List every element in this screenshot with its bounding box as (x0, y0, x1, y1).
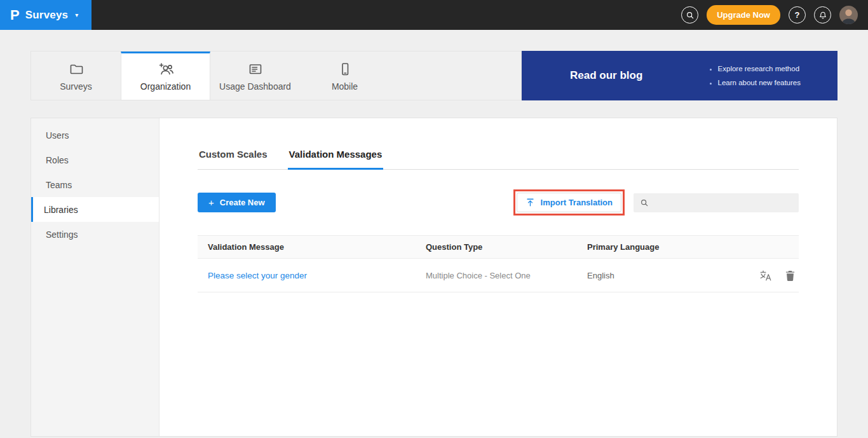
sidebar-item-users[interactable]: Users (31, 123, 159, 147)
table-header-row: Validation Message Question Type Primary… (198, 235, 799, 259)
module-tabs: Surveys Organization Usage Dashboard Mob… (31, 51, 522, 100)
primary-language-cell: English (577, 271, 738, 280)
help-button[interactable]: ? (789, 6, 806, 24)
tab-validation-messages[interactable]: Validation Messages (288, 145, 384, 170)
column-header-question-type: Question Type (416, 242, 577, 252)
search-icon (640, 198, 649, 207)
library-tabs: Custom Scales Validation Messages (198, 145, 799, 170)
add-users-icon (158, 62, 174, 77)
blog-panel: Read our blog Explore research method Le… (522, 51, 837, 100)
mobile-icon (337, 62, 353, 77)
topbar: P Surveys ▾ Upgrade Now ? (0, 0, 868, 30)
validation-message-link[interactable]: Please select your gender (198, 271, 416, 280)
search-icon (686, 11, 695, 20)
sidebar-item-settings[interactable]: Settings (31, 222, 159, 247)
app-name: Surveys (25, 9, 69, 22)
row-actions (738, 270, 799, 282)
plus-icon: + (208, 198, 214, 207)
upload-icon (526, 198, 535, 207)
table-row: Please select your gender Multiple Choic… (198, 259, 799, 292)
dashboard-icon (248, 62, 263, 77)
notifications-button[interactable] (814, 6, 831, 24)
question-type-cell: Multiple Choice - Select One (416, 271, 577, 280)
module-row: Surveys Organization Usage Dashboard Mob… (31, 51, 837, 100)
topbar-actions: Upgrade Now ? (681, 5, 868, 25)
validation-messages-table: Validation Message Question Type Primary… (198, 235, 799, 292)
blog-bullet: Learn about new features (718, 76, 801, 90)
tab-usage-dashboard[interactable]: Usage Dashboard (210, 51, 300, 100)
avatar[interactable] (839, 6, 858, 24)
libraries-content: Custom Scales Validation Messages + Crea… (159, 118, 837, 436)
toolbar: + Create New Import Translation (198, 189, 799, 216)
upgrade-now-button[interactable]: Upgrade Now (707, 5, 780, 25)
tab-organization[interactable]: Organization (121, 51, 210, 100)
tab-label: Mobile (332, 81, 358, 92)
tab-label: Usage Dashboard (219, 81, 291, 92)
column-header-primary-language: Primary Language (577, 242, 738, 252)
create-new-label: Create New (220, 198, 265, 207)
folder-icon (69, 62, 84, 77)
tab-label: Organization (140, 81, 191, 92)
bell-icon (818, 11, 827, 20)
brand-logo: P (10, 8, 20, 22)
main-card: Users Roles Teams Libraries Settings Cus… (31, 118, 837, 437)
tab-mobile[interactable]: Mobile (300, 51, 390, 100)
search-button[interactable] (681, 6, 698, 24)
blog-bullets: Explore research method Learn about new … (709, 62, 801, 90)
sidebar-item-teams[interactable]: Teams (31, 172, 159, 197)
table-search (634, 193, 799, 212)
sidebar-item-libraries[interactable]: Libraries (31, 197, 159, 222)
create-new-button[interactable]: + Create New (198, 193, 276, 212)
column-header-validation-message: Validation Message (198, 242, 416, 252)
import-translation-label: Import Translation (541, 198, 613, 207)
tab-surveys[interactable]: Surveys (31, 51, 121, 100)
highlight-annotation-box: Import Translation (513, 189, 625, 216)
blog-title-link[interactable]: Read our blog (570, 69, 642, 82)
app-switcher[interactable]: P Surveys ▾ (0, 0, 92, 30)
table-search-input[interactable] (654, 198, 792, 207)
settings-sidebar: Users Roles Teams Libraries Settings (31, 118, 159, 436)
trash-icon[interactable] (785, 270, 795, 281)
translate-icon[interactable] (759, 270, 771, 282)
blog-bullet: Explore research method (718, 62, 801, 76)
tab-label: Surveys (60, 81, 92, 92)
chevron-down-icon: ▾ (75, 11, 78, 18)
import-translation-button[interactable]: Import Translation (517, 193, 621, 212)
tab-custom-scales[interactable]: Custom Scales (198, 145, 269, 170)
sidebar-item-roles[interactable]: Roles (31, 147, 159, 172)
